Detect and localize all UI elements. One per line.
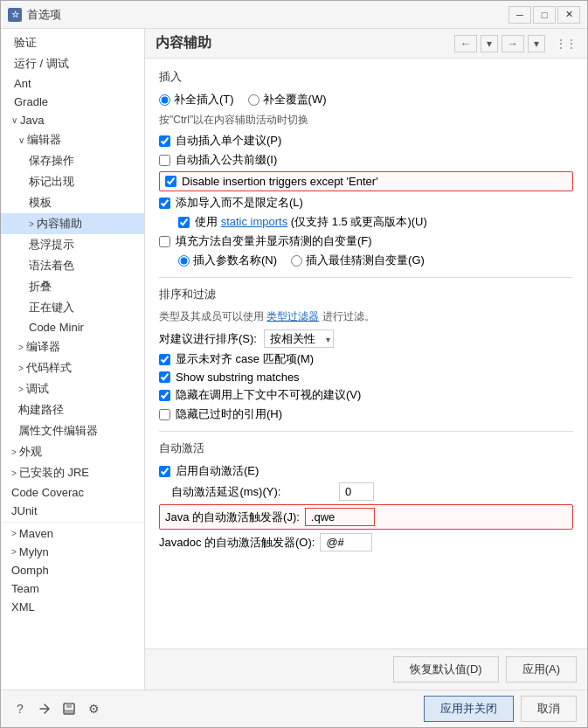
sort-suggestions-label: 对建议进行排序(S): bbox=[159, 331, 257, 347]
sidebar-item-rundebug[interactable]: 运行 / 调试 bbox=[1, 53, 144, 74]
radio-param-name-input[interactable] bbox=[178, 255, 190, 267]
auto-delay-label: 自动激活延迟(ms)(Y): bbox=[159, 484, 334, 500]
check-auto-single-row: 自动插入单个建议(P) bbox=[159, 133, 573, 149]
param-radio-group: 插入参数名称(N) 插入最佳猜测自变量(G) bbox=[159, 253, 573, 268]
checkbox-static-imports[interactable] bbox=[178, 217, 190, 228]
link-icon[interactable] bbox=[36, 700, 53, 718]
label-disable-triggers[interactable]: Disable insertion triggers except 'Enter… bbox=[182, 175, 378, 188]
label-fill-args[interactable]: 填充方法自变量并显示猜测的自变量(F) bbox=[176, 233, 372, 249]
apply-close-button[interactable]: 应用并关闭 bbox=[424, 696, 514, 722]
main-panel: 内容辅助 ← ▾ → ▾ ⋮⋮ 插入 补全插入(T) bbox=[145, 29, 587, 690]
sidebar-item-yanzheng[interactable]: 验证 bbox=[1, 32, 144, 53]
sidebar-item-build-path[interactable]: 构建路径 bbox=[1, 399, 144, 420]
settings-icon[interactable]: ⚙ bbox=[85, 700, 102, 718]
bottom-bar: ? ⚙ 应用并关闭 取消 bbox=[1, 690, 587, 727]
checkbox-fill-args[interactable] bbox=[159, 236, 170, 247]
apply-button[interactable]: 应用(A) bbox=[506, 656, 577, 683]
radio-overwrite[interactable]: 补全覆盖(W) bbox=[248, 92, 327, 107]
link-static-imports[interactable]: static imports bbox=[221, 215, 288, 228]
nav-forward-dropdown[interactable]: ▾ bbox=[528, 35, 545, 52]
cancel-button[interactable]: 取消 bbox=[521, 696, 577, 722]
checkbox-auto-common[interactable] bbox=[159, 155, 170, 166]
sidebar-item-mylyn[interactable]: > Mylyn bbox=[1, 543, 144, 561]
sidebar-item-appearance[interactable]: > 外观 bbox=[1, 441, 144, 462]
check-static-imports-row: 使用 static imports (仅支持 1.5 或更高版本)(U) bbox=[159, 214, 573, 230]
sort-dropdown[interactable]: 按相关性 bbox=[264, 329, 334, 348]
label-hide-deprecated[interactable]: 隐藏已过时的引用(H) bbox=[176, 406, 282, 422]
radio-insert-input[interactable] bbox=[159, 94, 170, 106]
label-auto-common[interactable]: 自动插入公共前缀(I) bbox=[176, 152, 277, 168]
label-add-import[interactable]: 添加导入而不是限定名(L) bbox=[176, 195, 303, 211]
sidebar-item-content-assist[interactable]: > 内容辅助 bbox=[1, 213, 144, 234]
auto-delay-row: 自动激活延迟(ms)(Y): bbox=[159, 482, 573, 501]
sidebar-item-java[interactable]: ∨ Java bbox=[1, 111, 144, 129]
save-icon[interactable] bbox=[60, 700, 78, 718]
label-show-substring[interactable]: Show substring matches bbox=[176, 371, 300, 384]
checkbox-disable-triggers[interactable] bbox=[165, 176, 176, 187]
sidebar: 验证 运行 / 调试 Ant Gradle ∨ Java ∨ 编辑 bbox=[1, 29, 145, 690]
sidebar-item-attr-file-editor[interactable]: 属性文件编辑器 bbox=[1, 420, 144, 441]
checkbox-add-import[interactable] bbox=[159, 198, 170, 209]
radio-best-guess-input[interactable] bbox=[291, 255, 302, 267]
sidebar-item-code-style[interactable]: > 代码样式 bbox=[1, 357, 144, 378]
radio-best-guess[interactable]: 插入最佳猜测自变量(G) bbox=[291, 253, 425, 268]
sidebar-item-typing[interactable]: 正在键入 bbox=[1, 297, 144, 318]
checkbox-auto-single[interactable] bbox=[159, 135, 170, 147]
nav-back-button[interactable]: ← bbox=[454, 35, 477, 52]
type-filter-note: 类型及其成员可以使用 类型过滤器 进行过滤。 bbox=[159, 309, 573, 324]
sidebar-item-template[interactable]: 模板 bbox=[1, 192, 144, 213]
maximize-button[interactable]: □ bbox=[533, 6, 556, 24]
arrow-debug: > bbox=[18, 385, 24, 394]
sidebar-item-code-coverage[interactable]: Code Coverac bbox=[1, 483, 144, 502]
radio-overwrite-input[interactable] bbox=[248, 94, 259, 106]
java-trigger-label: Java 的自动激活触发器(J): bbox=[165, 510, 300, 525]
content-area: 验证 运行 / 调试 Ant Gradle ∨ Java ∨ 编辑 bbox=[1, 29, 587, 690]
sidebar-item-installed-jre[interactable]: > 已安装的 JRE bbox=[1, 462, 144, 483]
separator-sort bbox=[159, 277, 573, 278]
sidebar-item-syntax-color[interactable]: 语法着色 bbox=[1, 255, 144, 276]
minimize-button[interactable]: ─ bbox=[508, 6, 531, 24]
checkbox-show-unmatched[interactable] bbox=[159, 354, 170, 365]
panel-footer: 恢复默认值(D) 应用(A) bbox=[145, 648, 587, 690]
sort-section-label: 排序和过滤 bbox=[159, 287, 573, 302]
label-static-imports[interactable]: 使用 static imports (仅支持 1.5 或更高版本)(U) bbox=[195, 214, 427, 230]
sidebar-item-save-action[interactable]: 保存操作 bbox=[1, 150, 144, 171]
sidebar-item-ant[interactable]: Ant bbox=[1, 74, 144, 93]
javadoc-trigger-input[interactable] bbox=[320, 533, 372, 551]
check-show-unmatched-row: 显示未对齐 case 匹配项(M) bbox=[159, 351, 573, 367]
java-trigger-input[interactable] bbox=[305, 508, 375, 526]
checkbox-hide-deprecated[interactable] bbox=[159, 409, 170, 420]
sidebar-item-hover[interactable]: 悬浮提示 bbox=[1, 234, 144, 255]
check-add-import-row: 添加导入而不是限定名(L) bbox=[159, 195, 573, 211]
help-icon[interactable]: ? bbox=[11, 700, 29, 718]
label-auto-single[interactable]: 自动插入单个建议(P) bbox=[176, 133, 281, 149]
sidebar-item-maven[interactable]: > Maven bbox=[1, 524, 144, 543]
checkbox-enable-auto[interactable] bbox=[159, 466, 170, 477]
sidebar-item-editor[interactable]: ∨ 编辑器 bbox=[1, 129, 144, 150]
radio-param-name[interactable]: 插入参数名称(N) bbox=[178, 253, 277, 268]
link-type-filter[interactable]: 类型过滤器 bbox=[266, 310, 319, 322]
sidebar-item-xml[interactable]: XML bbox=[1, 598, 144, 616]
checkbox-hide-invisible[interactable] bbox=[159, 390, 170, 401]
nav-forward-button[interactable]: → bbox=[502, 35, 524, 52]
label-enable-auto[interactable]: 启用自动激活(E) bbox=[176, 463, 259, 479]
sidebar-item-fold[interactable]: 折叠 bbox=[1, 276, 144, 297]
auto-delay-input[interactable] bbox=[339, 482, 374, 501]
restore-defaults-button[interactable]: 恢复默认值(D) bbox=[393, 656, 499, 683]
sidebar-item-compiler[interactable]: > 编译器 bbox=[1, 336, 144, 357]
radio-insert[interactable]: 补全插入(T) bbox=[159, 92, 234, 107]
sidebar-item-team[interactable]: Team bbox=[1, 579, 144, 598]
sidebar-item-mark-occur[interactable]: 标记出现 bbox=[1, 171, 144, 192]
checkbox-show-substring[interactable] bbox=[159, 371, 170, 383]
sidebar-item-code-minir[interactable]: Code Minir bbox=[1, 318, 144, 336]
sidebar-item-gradle[interactable]: Gradle bbox=[1, 93, 144, 111]
panel-header: 内容辅助 ← ▾ → ▾ ⋮⋮ bbox=[145, 29, 587, 59]
svg-rect-2 bbox=[65, 710, 73, 713]
label-hide-invisible[interactable]: 隐藏在调用上下文中不可视的建议(V) bbox=[176, 387, 361, 403]
label-show-unmatched[interactable]: 显示未对齐 case 匹配项(M) bbox=[176, 351, 314, 367]
nav-back-dropdown[interactable]: ▾ bbox=[481, 35, 498, 52]
sidebar-item-debug[interactable]: > 调试 bbox=[1, 378, 144, 399]
close-button[interactable]: ✕ bbox=[557, 6, 580, 24]
sidebar-item-junit[interactable]: JUnit bbox=[1, 502, 144, 520]
sidebar-item-oomph[interactable]: Oomph bbox=[1, 561, 144, 579]
